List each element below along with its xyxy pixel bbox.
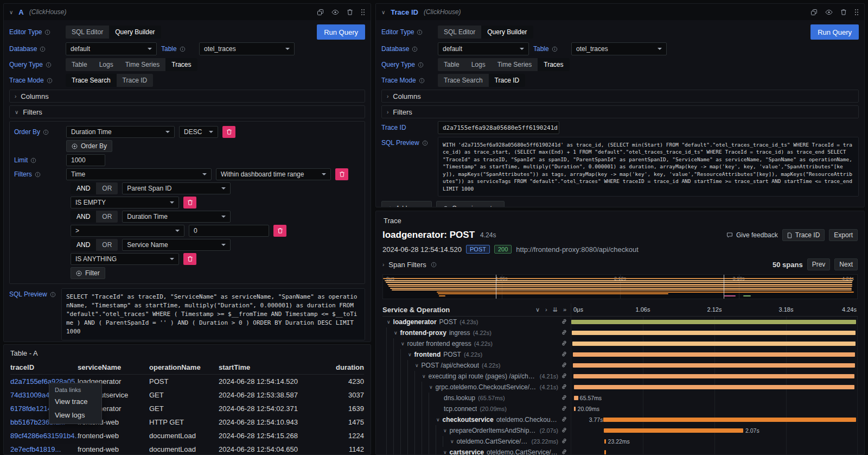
span-link-icon[interactable] <box>561 427 571 435</box>
span-name-cell[interactable]: ∨checkoutserviceoteldemo.CheckoutService… <box>382 414 571 425</box>
order-by-field-select[interactable]: Duration Time <box>66 126 175 138</box>
chevron-down-icon[interactable]: ∨ <box>450 439 454 444</box>
span-name-cell[interactable]: ∨prepareOrderItemsAndShippingQuoteFromCa… <box>382 425 571 436</box>
span-link-icon[interactable] <box>561 416 571 424</box>
filters-section-header[interactable]: ∨Filters <box>9 105 365 118</box>
sql-editor-option[interactable]: SQL Editor <box>66 26 109 39</box>
filter-operator-select[interactable]: IS ANYTHING <box>71 253 179 265</box>
or-option[interactable]: OR <box>96 182 118 194</box>
span-link-icon[interactable] <box>561 405 571 413</box>
query-type-logs-option[interactable]: Logs <box>93 58 119 71</box>
span-bar-track[interactable] <box>571 447 858 455</box>
remove-filter-button[interactable] <box>335 168 348 180</box>
filter-value-input[interactable]: 0 <box>189 225 269 237</box>
span-bar-track[interactable] <box>571 349 858 360</box>
col-header-traceid[interactable]: traceID <box>10 363 78 371</box>
delete-query-trash-icon[interactable] <box>347 9 353 16</box>
limit-input[interactable]: 1000 <box>66 154 105 166</box>
database-select[interactable]: default <box>438 42 529 55</box>
chevron-down-icon[interactable]: ∨ <box>443 428 447 433</box>
chevron-down-icon[interactable]: ∨ <box>401 341 405 346</box>
next-button[interactable]: Next <box>834 258 858 270</box>
span-name-cell[interactable]: ∨POST /api/checkout(4.22s) <box>382 360 571 371</box>
expand-all-icon[interactable]: » <box>563 306 566 313</box>
and-option[interactable]: AND <box>71 211 96 223</box>
add-filter-button[interactable]: Filter <box>71 267 105 279</box>
trace-id-link[interactable]: 2e7ecfb41819... <box>10 445 78 453</box>
add-order-by-button[interactable]: Order By <box>66 140 112 152</box>
database-select[interactable]: default <box>66 42 157 55</box>
filter-field-select[interactable]: Duration Time <box>122 211 231 223</box>
trace-id-input[interactable]: d2a7155ef6a928a05680e5ff6190241d <box>438 121 559 134</box>
collapse-one-icon[interactable]: ∨ <box>535 306 540 313</box>
span-bar-track[interactable]: 23.22ms <box>571 436 858 447</box>
drag-handle-icon[interactable] <box>854 9 859 16</box>
or-option[interactable]: OR <box>96 239 118 251</box>
query-type-table-option[interactable]: Table <box>438 58 465 71</box>
span-bar-track[interactable]: 65.57ms <box>571 393 858 403</box>
span-link-icon[interactable] <box>561 351 571 359</box>
filter-field-select[interactable]: Time <box>66 168 212 180</box>
span-link-icon[interactable] <box>561 394 571 402</box>
span-bar-track[interactable] <box>571 371 858 382</box>
chevron-down-icon[interactable]: ∨ <box>415 363 419 368</box>
span-name-cell[interactable]: ∨grpc.oteldemo.CheckoutService/PlaceOrde… <box>382 382 571 393</box>
query-type-table-option[interactable]: Table <box>66 58 93 71</box>
sql-editor-option[interactable]: SQL Editor <box>438 26 481 39</box>
span-link-icon[interactable] <box>561 372 571 381</box>
columns-section-header[interactable]: ›Columns <box>381 90 859 103</box>
duplicate-icon[interactable] <box>810 9 818 16</box>
query-builder-option[interactable]: Query Builder <box>109 26 161 39</box>
span-name-cell[interactable]: dns.lookup(65.57ms) <box>382 393 571 403</box>
prev-button[interactable]: Prev <box>807 258 831 270</box>
drag-handle-icon[interactable] <box>361 9 365 16</box>
trace-id-option[interactable]: Trace ID <box>489 74 526 87</box>
span-bar-track[interactable] <box>571 327 858 338</box>
span-bar-track[interactable] <box>571 360 858 371</box>
query-type-timeseries-option[interactable]: Time Series <box>492 58 538 71</box>
order-by-direction-select[interactable]: DESC <box>179 126 218 138</box>
query-type-traces-option[interactable]: Traces <box>165 58 197 71</box>
span-bar-track[interactable]: 3.77s <box>571 414 858 425</box>
give-feedback-link[interactable]: Give feedback <box>726 231 778 239</box>
span-link-icon[interactable] <box>561 362 571 370</box>
run-query-button[interactable]: Run Query <box>810 24 859 40</box>
expand-one-icon[interactable]: › <box>545 306 547 313</box>
run-query-button[interactable]: Run Query <box>317 24 365 40</box>
span-bar-track[interactable] <box>571 338 858 349</box>
collapse-chevron-icon[interactable]: ∨ <box>9 9 13 15</box>
span-name-cell[interactable]: ∨executing api route (pages) /api/checko… <box>382 371 571 382</box>
filter-operator-select[interactable]: > <box>71 225 184 237</box>
chevron-down-icon[interactable]: ∨ <box>408 352 412 357</box>
filter-field-select[interactable]: Parent Span ID <box>122 182 231 194</box>
query-inspector-button[interactable]: Query inspector <box>436 201 505 207</box>
span-link-icon[interactable] <box>561 340 571 348</box>
filters-section-header[interactable]: ›Filters <box>381 105 859 118</box>
trace-id-button[interactable]: Trace ID <box>782 229 825 241</box>
chevron-down-icon[interactable]: ∨ <box>436 417 440 422</box>
span-name-cell[interactable]: ∨oteldemo.CartService/GetCart(23.22ms) <box>382 436 571 447</box>
span-link-icon[interactable] <box>561 438 571 446</box>
chevron-down-icon[interactable]: ∨ <box>443 450 447 455</box>
table-select[interactable]: otel_traces <box>571 42 667 55</box>
span-bar-track[interactable]: 2.07s <box>571 425 858 436</box>
view-trace-menu-item[interactable]: View trace <box>49 395 101 408</box>
export-button[interactable]: Export <box>829 229 858 241</box>
chevron-down-icon[interactable]: ∨ <box>394 330 398 336</box>
minimap-cursor[interactable] <box>724 275 724 299</box>
trace-search-option[interactable]: Trace Search <box>66 74 117 87</box>
span-bar-track[interactable] <box>571 317 858 327</box>
span-link-icon[interactable] <box>561 383 571 391</box>
col-header-duration[interactable]: duration <box>312 363 364 371</box>
col-header-servicename[interactable]: serviceName <box>78 363 149 371</box>
span-name-cell[interactable]: ∨router frontend egress(4.22s) <box>382 338 571 349</box>
chevron-down-icon[interactable]: ∨ <box>422 374 426 379</box>
span-bar-track[interactable] <box>571 382 858 393</box>
span-filters-label[interactable]: Span Filters <box>388 261 426 269</box>
table-select[interactable]: otel_traces <box>199 42 295 55</box>
trace-minimap[interactable]: 0μs 1.06s 2.12s 3.18s 4.24s <box>382 274 858 299</box>
chevron-down-icon[interactable]: ∨ <box>429 384 433 390</box>
span-name-cell[interactable]: ∨frontend-proxyingress(4.22s) <box>382 327 571 338</box>
chevron-right-icon[interactable]: › <box>382 262 384 268</box>
span-link-icon[interactable] <box>561 318 571 326</box>
